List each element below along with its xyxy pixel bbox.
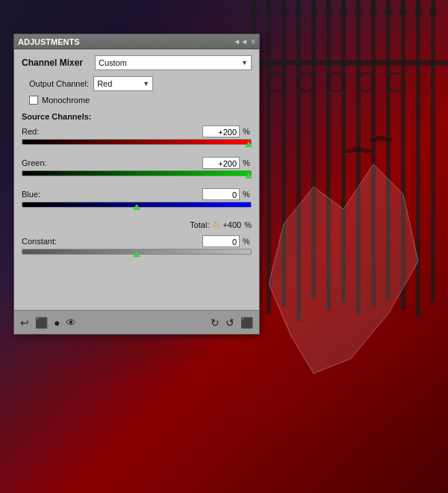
add-adjustment-icon[interactable]: ⬛	[35, 317, 48, 329]
green-slider-handle[interactable]	[245, 173, 252, 179]
blue-label: Blue:	[22, 190, 52, 199]
spacer	[22, 267, 252, 304]
constant-slider-handle[interactable]	[133, 251, 140, 257]
red-channel-top: Red: +200 %	[22, 125, 252, 137]
panel-body: Channel Mixer Custom ▼ Output Channel: R…	[14, 49, 259, 310]
output-channel-arrow: ▼	[143, 80, 149, 87]
preset-dropdown[interactable]: Custom ▼	[95, 55, 252, 70]
eye-icon[interactable]: ●	[54, 317, 60, 329]
monochrome-row: Monochrome	[22, 96, 252, 105]
output-channel-label: Output Channel:	[29, 79, 89, 88]
title-controls: ◄◄ ≡	[233, 37, 255, 46]
visibility-icon[interactable]: 👁	[66, 317, 76, 329]
total-label: Total:	[190, 220, 209, 229]
green-value[interactable]: +200	[202, 157, 240, 169]
output-channel-row: Output Channel: Red ▼	[22, 76, 252, 91]
preset-row: Channel Mixer Custom ▼	[22, 55, 252, 70]
delete-icon[interactable]: ⬛	[240, 317, 253, 329]
rotate-icon[interactable]: ↻	[211, 317, 220, 329]
monochrome-label: Monochrome	[42, 96, 90, 105]
constant-slider-track[interactable]	[22, 249, 252, 255]
output-channel-dropdown[interactable]: Red ▼	[93, 76, 153, 91]
red-slider-handle[interactable]	[245, 141, 252, 147]
red-slider-track[interactable]	[22, 139, 252, 145]
blue-value[interactable]: 0	[202, 188, 240, 200]
warning-icon: ⚠	[212, 220, 220, 229]
constant-top: Constant: 0 %	[22, 235, 252, 247]
preset-value: Custom	[99, 58, 127, 67]
blue-channel-row: Blue: 0 %	[22, 188, 252, 214]
constant-value[interactable]: 0	[202, 235, 240, 247]
red-pct: %	[243, 127, 252, 136]
green-slider-track[interactable]	[22, 170, 252, 176]
red-label: Red:	[22, 127, 52, 136]
blue-pct: %	[243, 190, 252, 199]
red-value[interactable]: +200	[202, 125, 240, 137]
blue-slider-track[interactable]	[22, 202, 252, 208]
preset-dropdown-arrow: ▼	[241, 59, 248, 66]
monochrome-checkbox[interactable]	[29, 96, 38, 105]
adjustments-panel: ADJUSTMENTS ◄◄ ≡ Channel Mixer Custom ▼ …	[13, 34, 260, 335]
output-channel-value: Red	[97, 79, 112, 88]
total-row: Total: ⚠ +400 %	[22, 220, 252, 229]
reset-icon[interactable]: ↺	[225, 317, 234, 329]
blue-slider-handle[interactable]	[133, 204, 140, 210]
footer-left: ↩ ⬛ ● 👁	[20, 317, 76, 329]
red-channel-row: Red: +200 %	[22, 125, 252, 151]
total-pct: %	[244, 220, 252, 229]
constant-label: Constant:	[22, 237, 57, 246]
green-label: Green:	[22, 158, 52, 167]
panel-titlebar: ADJUSTMENTS ◄◄ ≡	[14, 34, 259, 49]
constant-row: Constant: 0 %	[22, 235, 252, 261]
green-channel-top: Green: +200 %	[22, 157, 252, 169]
menu-button[interactable]: ≡	[251, 37, 255, 46]
footer-right: ↻ ↺ ⬛	[211, 317, 253, 329]
source-channels-title: Source Channels:	[22, 112, 252, 121]
collapse-button[interactable]: ◄◄	[233, 37, 248, 46]
blue-channel-top: Blue: 0 %	[22, 188, 252, 200]
green-pct: %	[243, 158, 252, 167]
panel-title: ADJUSTMENTS	[18, 37, 80, 46]
total-value: +400	[223, 220, 241, 229]
green-channel-row: Green: +200 %	[22, 157, 252, 182]
panel-footer: ↩ ⬛ ● 👁 ↻ ↺ ⬛	[14, 310, 259, 334]
constant-pct: %	[243, 237, 252, 246]
back-icon[interactable]: ↩	[20, 317, 29, 329]
panel-name: Channel Mixer	[22, 58, 89, 68]
